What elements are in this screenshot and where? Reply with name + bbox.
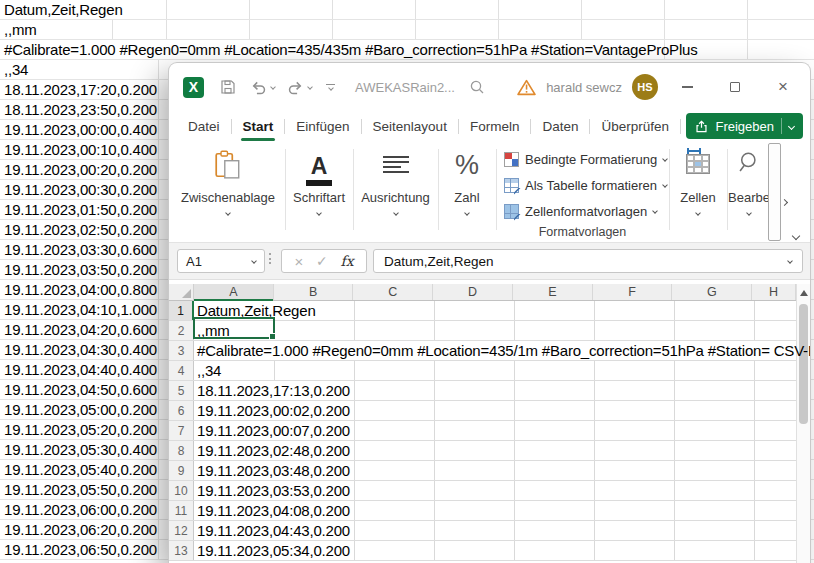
group-number[interactable]: % Zahl	[438, 141, 496, 242]
group-label: Zellen	[669, 190, 727, 205]
format-as-table-button[interactable]: Als Tabelle formatieren	[504, 174, 667, 196]
name-box-dropdown-icon[interactable]	[251, 258, 257, 264]
group-cells[interactable]: Zellen	[669, 141, 727, 242]
user-avatar[interactable]: HS	[632, 74, 658, 100]
sheet-row-6[interactable]: 19.11.2023,00:02,0.2006	[169, 401, 796, 421]
minimize-button[interactable]	[672, 86, 702, 87]
row-header-8[interactable]: 8	[169, 441, 194, 460]
tab-daten[interactable]: Daten	[531, 114, 589, 139]
sheet-row-11[interactable]: 19.11.2023,04:08,0.20011	[169, 501, 796, 521]
save-icon[interactable]	[220, 79, 236, 95]
share-button[interactable]: Freigeben	[686, 113, 803, 139]
formula-content: Datum,Zeit,Regen	[384, 254, 494, 269]
cells-icon	[669, 150, 727, 190]
group-label: Zwischenablage	[171, 190, 285, 205]
row-header-11[interactable]: 11	[169, 501, 194, 520]
expand-formula-bar-icon[interactable]	[787, 258, 793, 264]
cell-text: 19.11.2023,03:48,0.200	[197, 461, 350, 481]
ribbon: Zwischenablage A Schriftart Ausrichtung …	[169, 141, 810, 243]
column-header-b[interactable]: B	[274, 284, 354, 300]
group-editing[interactable]: Bearbe	[727, 141, 771, 242]
conditional-formatting-button[interactable]: Bedingte Formatierung	[504, 148, 667, 170]
sheet-row-9[interactable]: 19.11.2023,03:48,0.2009	[169, 461, 796, 481]
column-header-f[interactable]: F	[593, 284, 673, 300]
warning-icon[interactable]	[517, 79, 536, 96]
sheet-row-7[interactable]: 19.11.2023,00:07,0.2007	[169, 421, 796, 441]
sheet-row-4[interactable]: ,,344	[169, 361, 796, 381]
confirm-entry-icon[interactable]: ✓	[316, 253, 328, 269]
scroll-up-icon[interactable]	[797, 284, 810, 301]
undo-icon[interactable]	[250, 79, 267, 96]
column-header-h[interactable]: H	[752, 284, 796, 300]
row-header-12[interactable]: 12	[169, 521, 194, 540]
tab-datei[interactable]: Datei	[177, 114, 231, 139]
name-box[interactable]: A1	[177, 249, 265, 273]
group-font[interactable]: A Schriftart	[285, 141, 353, 242]
redo-dropdown-icon[interactable]	[307, 84, 313, 90]
sheet-row-13[interactable]: 19.11.2023,05:34,0.20013	[169, 541, 796, 561]
row-header-4[interactable]: 4	[169, 361, 194, 380]
chevron-down-icon[interactable]	[727, 211, 771, 215]
editing-flyout-arrow-icon[interactable]	[782, 191, 787, 209]
chevron-down-icon[interactable]	[353, 211, 438, 215]
column-header-e[interactable]: E	[513, 284, 593, 300]
formula-input[interactable]: Datum,Zeit,Regen	[373, 249, 803, 273]
sheet-row-1[interactable]: Datum,Zeit,Regen1	[169, 301, 796, 321]
tab-überprüfen[interactable]: Überprüfen	[590, 114, 680, 139]
group-label: Ausrichtung	[353, 190, 438, 205]
group-alignment[interactable]: Ausrichtung	[353, 141, 438, 242]
column-header-g[interactable]: G	[672, 284, 752, 300]
scrollbar-thumb[interactable]	[799, 304, 808, 424]
chevron-down-icon[interactable]	[285, 211, 353, 215]
chevron-down-icon[interactable]	[669, 211, 727, 215]
cancel-entry-icon[interactable]: ×	[294, 253, 303, 270]
format-as-table-icon	[504, 178, 519, 193]
row-header-1[interactable]: 1	[169, 301, 194, 320]
undo-dropdown-icon[interactable]	[270, 84, 276, 90]
sheet-row-2[interactable]: ,,mm2	[169, 321, 796, 341]
row-header-3[interactable]: 3	[169, 341, 194, 360]
cell-styles-button[interactable]: Zellenformatvorlagen	[504, 200, 657, 222]
row-header-13[interactable]: 13	[169, 541, 194, 560]
tab-start[interactable]: Start	[232, 114, 285, 139]
cell-text: ,,mm	[197, 321, 230, 341]
sheet-row-3[interactable]: #Calibrate=1.000 #Regen0=0mm #Location=4…	[169, 341, 796, 361]
chevron-down-icon[interactable]	[438, 211, 496, 215]
formula-buttons: × ✓ fx	[281, 249, 367, 273]
tab-formeln[interactable]: Formeln	[459, 114, 531, 139]
chevron-down-icon[interactable]	[171, 211, 285, 215]
background-row: ,,mm	[0, 20, 814, 40]
search-icon[interactable]	[469, 79, 485, 95]
insert-function-icon[interactable]: fx	[340, 253, 353, 269]
collapse-ribbon-icon[interactable]	[793, 225, 799, 243]
tab-seitenlayout[interactable]: Seitenlayout	[362, 114, 458, 139]
maximize-button[interactable]	[720, 82, 750, 92]
cell-styles-icon	[504, 204, 519, 219]
redo-icon[interactable]	[287, 79, 304, 96]
select-all-corner[interactable]	[169, 284, 194, 300]
user-name[interactable]: harald sewcz	[546, 80, 622, 95]
row-header-2[interactable]: 2	[169, 321, 194, 340]
tab-einfügen[interactable]: Einfügen	[285, 114, 360, 139]
cell-text: Datum,Zeit,Regen	[197, 301, 316, 321]
styles-group-label: Formatvorlagen	[496, 225, 669, 239]
sheet-row-8[interactable]: 19.11.2023,02:48,0.2008	[169, 441, 796, 461]
row-header-10[interactable]: 10	[169, 481, 194, 500]
quick-access-toolbar-icon[interactable]	[326, 84, 335, 90]
row-header-9[interactable]: 9	[169, 461, 194, 480]
sheet-row-5[interactable]: 18.11.2023,17:13,0.2005	[169, 381, 796, 401]
sheet-row-10[interactable]: 19.11.2023,03:53,0.20010	[169, 481, 796, 501]
vertical-scrollbar[interactable]	[796, 284, 810, 563]
sheet-row-12[interactable]: 19.11.2023,04:43,0.20012	[169, 521, 796, 541]
column-header-d[interactable]: D	[433, 284, 513, 300]
row-header-7[interactable]: 7	[169, 421, 194, 440]
close-button[interactable]: ×	[768, 77, 798, 97]
ribbon-scrollbar[interactable]	[768, 143, 781, 241]
row-header-6[interactable]: 6	[169, 401, 194, 420]
group-clipboard[interactable]: Zwischenablage	[171, 141, 285, 242]
row-header-5[interactable]: 5	[169, 381, 194, 400]
screen: Datum,Zeit,Regen,,mm#Calibrate=1.000 #Re…	[0, 0, 814, 563]
column-header-c[interactable]: C	[353, 284, 433, 300]
column-header-a[interactable]: A	[194, 284, 274, 300]
group-label: Bearbe	[727, 190, 771, 205]
